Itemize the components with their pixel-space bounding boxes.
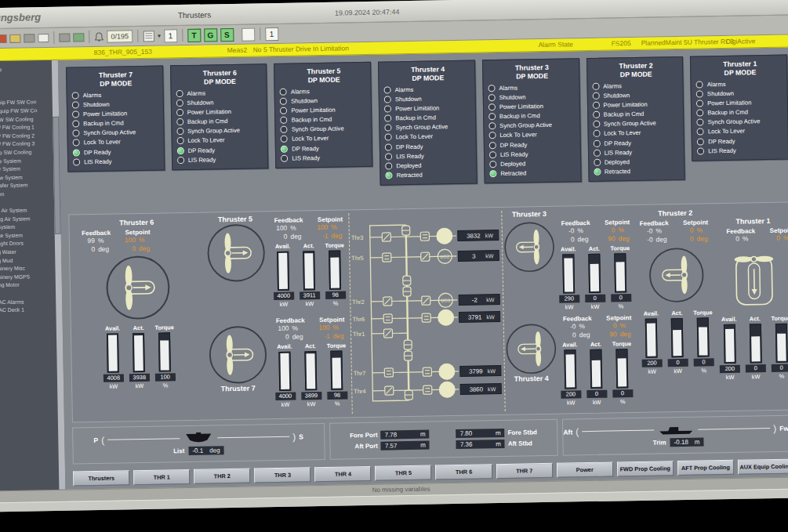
fore-port-value: 7.78m (381, 430, 430, 440)
nav-button-thr-3[interactable]: THR 3 (254, 467, 310, 483)
dp-status-label: Shutdown (187, 99, 213, 107)
nav-button-power[interactable]: Power (557, 462, 613, 478)
bar-label: Torque (610, 244, 630, 252)
status-led-off (280, 89, 287, 96)
dp-status-item: Lock To Lever (385, 132, 474, 141)
aft-label: Aft (563, 428, 572, 436)
system-button[interactable]: S (220, 27, 234, 41)
bar-label: Act. (305, 342, 316, 349)
nav-button-fwd-prop-cooling[interactable]: FWD Prop Cooling (617, 461, 674, 476)
svg-text:kW: kW (485, 252, 494, 259)
bar-value: 290 (559, 295, 579, 302)
stbd-label: S (299, 432, 303, 440)
nav-button-thr-2[interactable]: THR 2 (194, 469, 250, 484)
screen-number-box[interactable]: 1 (265, 27, 278, 40)
status-led-off (489, 151, 496, 158)
nav-button-thr-6[interactable]: THR 6 (435, 464, 492, 480)
folder-open-icon[interactable] (73, 33, 84, 42)
dp-status-item: Power Limitation (384, 104, 473, 113)
dp-status-label: Synch Group Active (499, 121, 552, 129)
dropdown-caret-icon[interactable]: ▾ (158, 32, 161, 39)
dp-status-label: Lock To Lever (499, 132, 536, 139)
aft-stbd-label: Aft Stbd (508, 440, 543, 447)
dp-status-label: Synch Group Active (708, 118, 761, 126)
alarm-message[interactable]: No 5 Thruster Drive In Limitation (253, 44, 349, 53)
status-led-off (73, 158, 80, 165)
dp-status-item: DP Ready (697, 136, 786, 145)
dp-status-item: Synch Group Active (593, 119, 681, 128)
bar-column: Act.0kW (745, 315, 765, 380)
alarm-ack-icon[interactable] (0, 34, 6, 42)
alarm-bell-icon[interactable] (94, 31, 103, 42)
bar-value: 0 (585, 295, 605, 302)
svg-text:kW: kW (485, 232, 493, 239)
sidebar-item[interactable]: AC Deck 1 (0, 306, 54, 315)
nav-button-thr-5[interactable]: THR 5 (375, 465, 431, 481)
dp-panel-subtitle: DP MODE (592, 69, 681, 78)
group-button[interactable]: G (204, 28, 217, 42)
bar-column: Act.3938kW (129, 324, 149, 389)
status-led-off (488, 94, 496, 101)
tunnel-thruster-icon (719, 248, 788, 309)
history-icon[interactable] (24, 34, 34, 42)
dp-status-item: Backup in Cmd (593, 110, 681, 118)
bar-unit: kW (591, 303, 600, 310)
dp-mode-panel: Thruster 1DP MODEAlarmsShutdownPower Lim… (690, 55, 788, 161)
dp-status-label: Power Limitation (187, 108, 231, 116)
dp-status-item: Backup in Cmd (488, 112, 577, 121)
trim-label: Trim (653, 439, 666, 446)
bar-label: Act. (590, 341, 601, 348)
bar-unit: kW (136, 382, 144, 389)
dp-status-item: Synch Group Active (176, 127, 265, 136)
bar-unit: kW (726, 373, 735, 380)
status-led-off (696, 110, 703, 117)
dp-status-label: LIS Ready (292, 154, 320, 162)
page-number-box[interactable]: 1 (164, 29, 177, 42)
bar-column: Torque0% (693, 309, 714, 374)
dp-status-label: Alarms (187, 90, 205, 97)
azimuth-thruster-icon (502, 221, 556, 273)
toolbar-separator (137, 30, 138, 42)
dp-status-label: DP Ready (84, 148, 111, 156)
dp-status-label: LIS Ready (188, 156, 216, 164)
status-led-off (72, 121, 79, 128)
toolbar-separator (89, 31, 89, 43)
status-led-off (593, 139, 600, 147)
svg-text:-2: -2 (471, 297, 477, 304)
alarm-tag[interactable]: 836_THR_905_153 (94, 48, 152, 56)
nav-button-thrusters[interactable]: Thrusters (73, 470, 129, 486)
blank-page-icon[interactable] (38, 34, 49, 42)
dp-status-label: LIS Ready (605, 149, 633, 157)
thruster1-section: Thruster 1 FeedbackSetpoint0%0% Avail.20… (718, 206, 788, 407)
dp-status-item: Deployed (594, 157, 682, 166)
nav-button-thr-7[interactable]: THR 7 (496, 463, 552, 479)
bar-gauge (616, 349, 628, 388)
dp-panel-subtitle: DP MODE (71, 78, 160, 88)
page-list-icon[interactable] (143, 30, 154, 42)
event-list-icon[interactable] (9, 34, 20, 42)
blank-box[interactable] (241, 27, 255, 41)
bar-column: Torque0% (612, 340, 632, 405)
dp-status-item: Alarms (176, 89, 264, 97)
nav-button-aux-equip-cooling[interactable]: AUX Equip Cooling (738, 458, 788, 474)
sidebar: blelequip FW SW CooEquip FW SW CoFW SW C… (0, 60, 65, 490)
dp-status-label: Lock To Lever (604, 129, 641, 137)
dp-status-item: Lock To Lever (697, 127, 786, 136)
status-led-off (73, 139, 80, 147)
bar-value: 100 (155, 373, 176, 381)
nav-button-thr-4[interactable]: THR 4 (314, 466, 371, 482)
nav-button-thr-1[interactable]: THR 1 (133, 469, 190, 485)
thruster-mimic: Thruster 7DP MODEAlarmsShutdownPower Lim… (58, 47, 788, 489)
feedback-setpoint-row: 0deg90deg (557, 330, 634, 340)
dp-status-item: Alarms (488, 83, 576, 92)
bar-unit: kW (648, 368, 656, 375)
folder-icon[interactable] (59, 33, 70, 42)
azimuth-thruster-icon (503, 323, 557, 375)
dp-status-item: Synch Group Active (697, 118, 786, 126)
status-led-on (594, 168, 601, 176)
dp-status-label: Power Limitation (499, 103, 543, 110)
trend-button[interactable]: T (187, 28, 201, 42)
bar-unit: % (701, 367, 706, 374)
nav-button-aft-prop-cooling[interactable]: AFT Prop Cooling (677, 460, 734, 476)
trim-value-box: -0.18m (670, 437, 703, 447)
